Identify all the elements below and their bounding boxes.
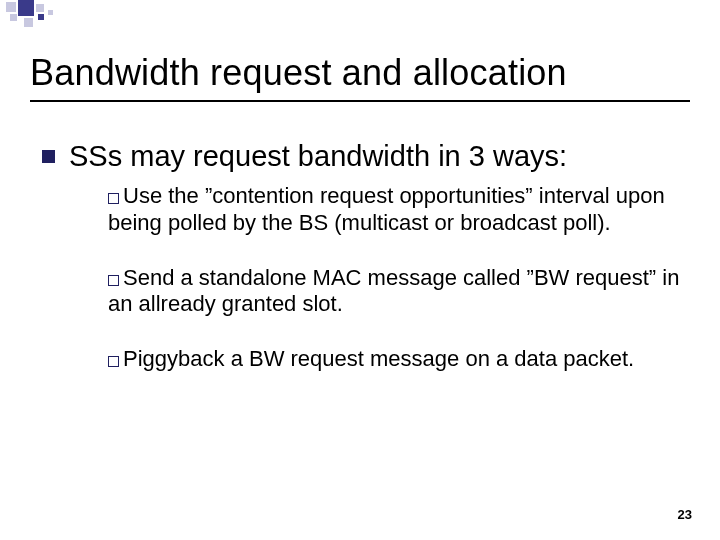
sub-bullet: Use the ”contention request opportunitie… <box>108 183 682 237</box>
sub-bullet-group: Use the ”contention request opportunitie… <box>108 183 682 373</box>
slide-title: Bandwidth request and allocation <box>30 52 567 94</box>
main-bullet-text: SSs may request bandwidth in 3 ways: <box>69 140 567 173</box>
hollow-square-bullet-icon <box>108 356 119 367</box>
title-underline <box>30 100 690 102</box>
slide-body: SSs may request bandwidth in 3 ways: Use… <box>42 140 682 401</box>
bullet-level1: SSs may request bandwidth in 3 ways: <box>42 140 682 173</box>
sub-bullet: Piggyback a BW request message on a data… <box>108 346 682 373</box>
sub-lead: Send <box>123 265 174 290</box>
square-bullet-icon <box>42 150 55 163</box>
slide-corner-decoration <box>0 0 720 30</box>
sub-rest: the ”contention request opportunities” i… <box>108 183 665 235</box>
sub-lead: Piggyback <box>123 346 225 371</box>
sub-lead: Use <box>123 183 162 208</box>
hollow-square-bullet-icon <box>108 275 119 286</box>
sub-rest: a standalone MAC message called ”BW requ… <box>108 265 679 317</box>
sub-bullet: Send a standalone MAC message called ”BW… <box>108 265 682 319</box>
sub-rest: a BW request message on a data packet. <box>225 346 635 371</box>
page-number: 23 <box>678 507 692 522</box>
hollow-square-bullet-icon <box>108 193 119 204</box>
